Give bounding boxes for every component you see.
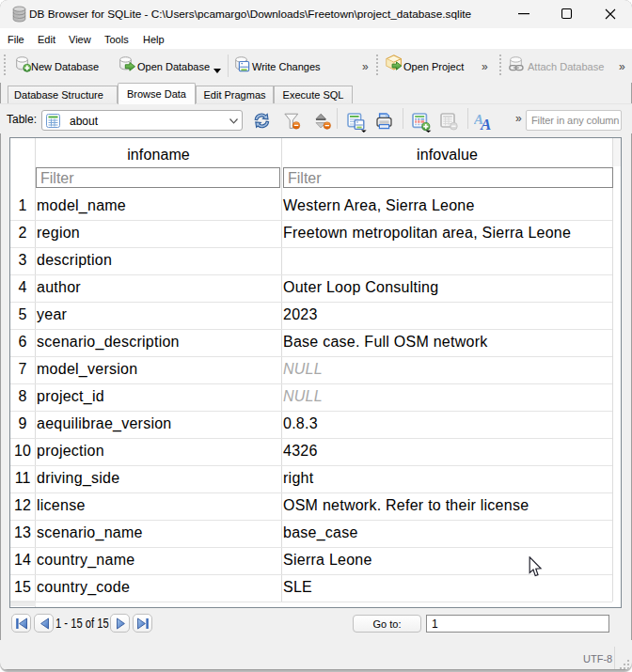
svg-text:A: A (480, 116, 491, 132)
